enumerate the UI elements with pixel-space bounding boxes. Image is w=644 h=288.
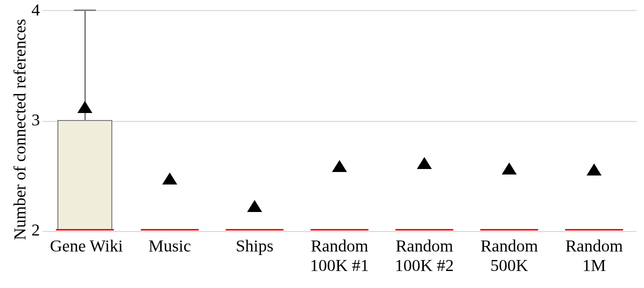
xlabel-3: Random 100K #1 bbox=[300, 236, 379, 275]
xlabel-2: Ships bbox=[220, 236, 290, 256]
boxplot-chart: Number of connected references 4 3 2 Gen… bbox=[0, 0, 644, 288]
gridline-y3 bbox=[42, 121, 637, 122]
ytick-4: 4 bbox=[31, 0, 40, 20]
median-4 bbox=[395, 229, 453, 230]
xlabel-6: Random 1M bbox=[554, 236, 634, 275]
mean-marker-1 bbox=[162, 172, 177, 184]
ytick-3: 3 bbox=[31, 110, 40, 130]
ytick-2: 2 bbox=[31, 220, 40, 240]
xlabel-4: Random 100K #2 bbox=[384, 236, 464, 275]
mean-marker-4 bbox=[417, 157, 432, 169]
median-3 bbox=[311, 229, 368, 230]
median-2 bbox=[226, 229, 284, 230]
median-1 bbox=[141, 229, 199, 230]
median-0 bbox=[56, 229, 114, 230]
median-6 bbox=[565, 229, 623, 230]
mean-marker-6 bbox=[587, 164, 602, 176]
mean-marker-2 bbox=[247, 200, 262, 212]
xlabel-5: Random 500K bbox=[469, 236, 549, 275]
mean-marker-0 bbox=[77, 101, 92, 113]
median-5 bbox=[480, 229, 538, 230]
mean-marker-3 bbox=[332, 160, 347, 172]
y-axis-title: Number of connected references bbox=[10, 14, 29, 244]
whisker-cap-upper-0 bbox=[74, 10, 96, 11]
xlabel-0: Gene Wiki bbox=[50, 236, 120, 256]
plot-area bbox=[42, 10, 637, 232]
mean-marker-5 bbox=[502, 162, 517, 174]
box-0 bbox=[57, 120, 112, 230]
xlabel-1: Music bbox=[135, 236, 205, 256]
